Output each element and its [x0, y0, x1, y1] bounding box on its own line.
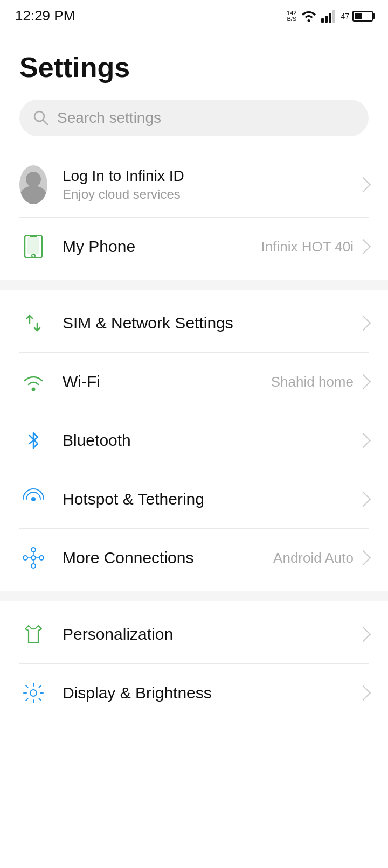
settings-item-my-phone[interactable]: My Phone Infinix HOT 40i [0, 218, 388, 276]
wifi-value: Shahid home [271, 374, 354, 390]
signal-icon [321, 10, 336, 23]
account-item[interactable]: Log In to Infinix ID Enjoy cloud service… [0, 152, 388, 217]
svg-line-5 [43, 120, 47, 124]
settings-item-personalization[interactable]: Personalization [0, 605, 388, 663]
page-title: Settings [0, 30, 388, 100]
svg-rect-1 [325, 16, 328, 23]
data-speed: 142 B/S [287, 10, 296, 22]
battery-percentage: 47 [341, 12, 349, 20]
account-subtitle: Enjoy cloud services [63, 187, 358, 202]
my-phone-value: Infinix HOT 40i [261, 239, 354, 255]
chevron-icon [356, 177, 371, 192]
wifi-label: Wi-Fi [63, 373, 271, 391]
avatar-icon [19, 171, 47, 199]
svg-point-11 [31, 497, 36, 501]
personalization-label: Personalization [63, 625, 358, 643]
sim-network-icon [19, 309, 47, 337]
battery-indicator: 47 [341, 11, 373, 22]
more-connections-label: More Connections [63, 549, 273, 567]
phone-icon [19, 233, 47, 261]
account-title: Log In to Infinix ID [63, 167, 358, 185]
more-connections-value: Android Auto [273, 550, 354, 566]
chevron-icon [356, 433, 371, 448]
status-time: 12:29 PM [15, 8, 75, 24]
settings-item-sim-network[interactable]: SIM & Network Settings [0, 294, 388, 352]
search-icon [32, 109, 50, 127]
svg-point-13 [31, 548, 36, 552]
chevron-icon [356, 550, 371, 565]
battery-box [352, 11, 373, 22]
sim-network-label: SIM & Network Settings [63, 314, 358, 332]
account-text: Log In to Infinix ID Enjoy cloud service… [63, 167, 358, 202]
svg-point-8 [32, 254, 35, 257]
personalization-icon [19, 620, 47, 648]
chevron-icon [356, 374, 371, 389]
chevron-icon [356, 685, 371, 701]
hotspot-icon [19, 485, 47, 513]
search-placeholder: Search settings [57, 109, 161, 127]
status-icons: 142 B/S 47 [287, 10, 373, 23]
svg-rect-0 [321, 18, 324, 23]
settings-item-more-connections[interactable]: More Connections Android Auto [0, 529, 388, 587]
svg-rect-3 [332, 10, 335, 23]
svg-line-28 [39, 685, 41, 688]
display-icon [19, 679, 47, 707]
settings-item-hotspot[interactable]: Hotspot & Tethering [0, 470, 388, 528]
battery-fill [355, 13, 362, 19]
section-divider-2 [0, 591, 388, 601]
display-label: Display & Brightness [63, 684, 358, 702]
settings-item-wifi[interactable]: Wi-Fi Shahid home [0, 353, 388, 411]
svg-line-26 [26, 685, 28, 688]
chevron-icon [356, 316, 371, 331]
section-divider-1 [0, 280, 388, 290]
svg-point-10 [32, 388, 36, 391]
svg-point-15 [23, 556, 27, 560]
settings-item-bluetooth[interactable]: Bluetooth [0, 411, 388, 470]
chevron-icon [356, 492, 371, 507]
my-phone-label: My Phone [63, 237, 261, 256]
connections-icon [19, 544, 47, 572]
wifi-icon [19, 368, 47, 396]
svg-point-21 [30, 690, 37, 696]
bluetooth-label: Bluetooth [63, 431, 358, 450]
wifi-status-icon [301, 10, 317, 23]
search-bar[interactable]: Search settings [19, 100, 369, 136]
svg-line-27 [39, 699, 41, 701]
svg-rect-7 [27, 237, 39, 254]
svg-point-16 [39, 556, 44, 560]
svg-rect-2 [329, 13, 331, 23]
svg-point-14 [31, 564, 36, 568]
settings-item-display[interactable]: Display & Brightness [0, 664, 388, 722]
bluetooth-icon [19, 426, 47, 454]
svg-point-12 [31, 556, 36, 560]
chevron-icon [356, 627, 371, 642]
chevron-icon [356, 239, 371, 254]
status-bar: 12:29 PM 142 B/S 47 [0, 0, 388, 30]
hotspot-label: Hotspot & Tethering [63, 490, 358, 508]
svg-line-29 [26, 699, 28, 701]
